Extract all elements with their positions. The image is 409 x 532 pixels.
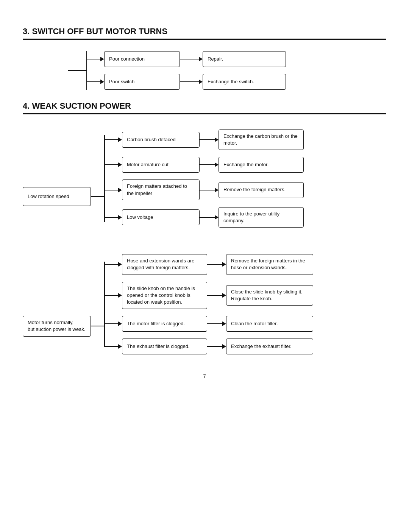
sec4-g2-row-1: Hose and extension wands are clogged wit… — [105, 254, 313, 275]
sec4-g1-effect-2: Exchange the motor. — [219, 157, 304, 173]
sec4-g1-cause-1: Carbon brush defaced — [122, 132, 200, 148]
sec4-g2-effect-1: Remove the foreign matters in the hose o… — [226, 254, 313, 275]
sec4-g2-cause-3: The motor filter is clogged. — [122, 316, 207, 332]
sec4-g1-effect-1: Exchange the carbon brush or the motor. — [219, 129, 304, 150]
sec4-g2-effect-3: Clean the motor filter. — [226, 316, 313, 332]
sec4-g1-row-2: Motor armature cut Exchange the motor. — [105, 157, 304, 173]
page-number: 7 — [23, 373, 386, 379]
sec4-g1-effect-4: Inquire to the power utility company. — [219, 207, 304, 228]
sec4-g2-cause-4: The exhaust filter is clogged. — [122, 339, 207, 354]
section4-title: 4. WEAK SUCTION POWER — [23, 101, 386, 114]
section3: 3. SWITCH OFF BUT MOTOR TURNS Poor conne… — [23, 27, 386, 90]
sec4-g1-cause-4: Low voltage — [122, 209, 200, 225]
sec3-cause-2: Poor switch — [104, 74, 180, 90]
sec4-g2-cause-1: Hose and extension wands are clogged wit… — [122, 254, 207, 275]
sec4-group2: Motor turns normally, but suction power … — [23, 250, 386, 358]
sec3-cause-1: Poor connection — [104, 51, 180, 67]
section4: 4. WEAK SUCTION POWER Low rotation speed… — [23, 101, 386, 358]
sec3-row-1: Poor connection Repair. — [87, 51, 286, 67]
sec3-row-2: Poor switch Exchange the switch. — [87, 74, 286, 90]
sec4-g2-row-3: The motor filter is clogged. Clean the m… — [105, 316, 313, 332]
section3-title: 3. SWITCH OFF BUT MOTOR TURNS — [23, 27, 386, 40]
sec4-g1-cause-2: Motor armature cut — [122, 157, 200, 173]
sec4-g2-row-4: The exhaust filter is clogged. Exchange … — [105, 339, 313, 354]
sec4-g1-row-4: Low voltage Inquire to the power utility… — [105, 207, 304, 228]
sec4-g1-cause-3: Foreign matters attached to the impeller — [122, 179, 200, 200]
sec4-g2-effect-4: Exchange the exhaust filter. — [226, 339, 313, 354]
sec3-effect-2: Exchange the switch. — [203, 74, 286, 90]
sec4-g1-row-1: Carbon brush defaced Exchange the carbon… — [105, 129, 304, 150]
sec4-g1-row-3: Foreign matters attached to the impeller… — [105, 179, 304, 200]
sec4-group1-left: Low rotation speed — [23, 187, 91, 206]
sec4-group1: Low rotation speed Carbon brush defaced … — [23, 126, 386, 231]
sec4-g2-cause-2: The slide knob on the handle is opened o… — [122, 282, 207, 309]
sec4-g1-effect-3: Remove the foreign matters. — [219, 182, 304, 198]
sec3-effect-1: Repair. — [203, 51, 286, 67]
sec4-g2-effect-2: Close the slide knob by sliding it. Regu… — [226, 285, 313, 306]
sec4-g2-row-2: The slide knob on the handle is opened o… — [105, 282, 313, 309]
sec4-group2-left: Motor turns normally, but suction power … — [23, 316, 91, 337]
